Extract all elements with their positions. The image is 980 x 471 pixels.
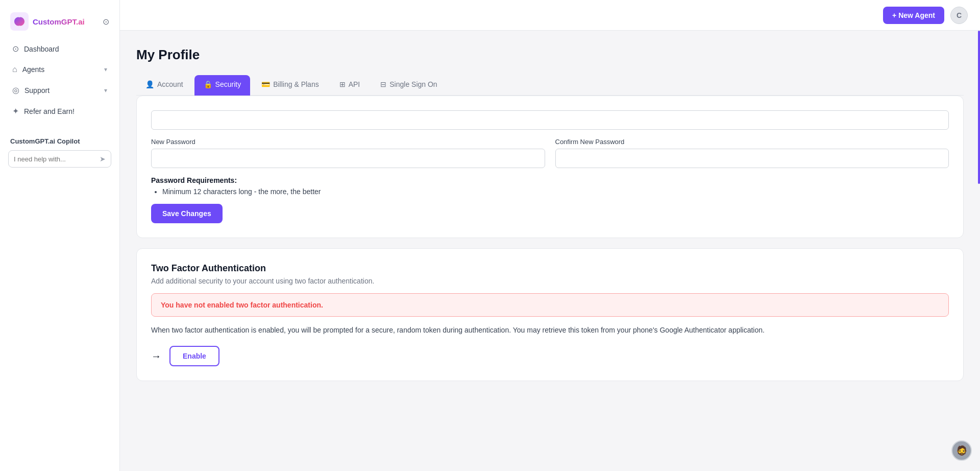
tfa-info: When two factor authentication is enable… xyxy=(151,325,949,336)
api-icon: ⊞ xyxy=(339,80,346,88)
person-icon: 👤 xyxy=(145,80,154,88)
requirement-item: Minimum 12 characters long - the more, t… xyxy=(162,187,949,196)
copilot-input[interactable] xyxy=(14,155,100,163)
scroll-accent xyxy=(978,31,980,184)
sso-icon: ⊟ xyxy=(380,80,386,88)
enable-row: → Enable xyxy=(151,346,949,366)
sidebar-item-label: Support xyxy=(24,86,50,95)
sidebar-item-support[interactable]: ◎ Support ▾ xyxy=(6,80,113,100)
agents-icon: ⌂ xyxy=(12,65,17,74)
sidebar-item-refer[interactable]: ✦ Refer and Earn! xyxy=(6,101,113,121)
new-password-group: New Password xyxy=(151,138,545,168)
logo[interactable]: CustomGPT.ai ⊙ xyxy=(0,8,119,39)
logo-icon xyxy=(10,12,29,31)
profile-tabs: 👤 Account 🔒 Security 💳 Billing & Plans ⊞… xyxy=(136,75,964,96)
new-agent-button[interactable]: + New Agent xyxy=(883,7,944,24)
current-password-row xyxy=(151,110,949,130)
sidebar-item-label: Agents xyxy=(22,65,45,74)
dashboard-icon: ⊙ xyxy=(12,44,19,54)
refer-icon: ✦ xyxy=(12,106,19,116)
lock-icon: 🔒 xyxy=(204,80,212,88)
sidebar-item-label: Dashboard xyxy=(24,45,59,53)
current-password-input[interactable] xyxy=(151,110,949,130)
tab-security[interactable]: 🔒 Security xyxy=(194,75,251,96)
topbar: + New Agent C xyxy=(120,0,980,31)
clock-icon[interactable]: ⊙ xyxy=(103,17,109,27)
confirm-password-group: Confirm New Password xyxy=(555,138,949,168)
copilot-section-title: CustomGPT.ai Copilot xyxy=(0,133,119,148)
tab-billing-label: Billing & Plans xyxy=(273,80,319,88)
sidebar: CustomGPT.ai ⊙ ⊙ Dashboard ⌂ Agents ▾ ◎ … xyxy=(0,0,120,471)
tab-account[interactable]: 👤 Account xyxy=(136,75,192,96)
support-icon: ◎ xyxy=(12,85,19,95)
tab-api-label: API xyxy=(349,80,360,88)
confirm-password-label: Confirm New Password xyxy=(555,138,949,146)
tab-security-label: Security xyxy=(215,80,241,88)
requirements-list: Minimum 12 characters long - the more, t… xyxy=(151,187,949,196)
tfa-warning: You have not enabled two factor authenti… xyxy=(151,293,949,317)
save-changes-button[interactable]: Save Changes xyxy=(151,204,223,223)
sidebar-nav: ⊙ Dashboard ⌂ Agents ▾ ◎ Support ▾ ✦ Ref… xyxy=(0,39,119,121)
current-password-group xyxy=(151,110,949,130)
new-password-input[interactable] xyxy=(151,149,545,168)
sidebar-item-label: Refer and Earn! xyxy=(24,107,75,115)
tfa-title: Two Factor Authentication xyxy=(151,263,949,274)
tab-sso[interactable]: ⊟ Single Sign On xyxy=(371,75,446,96)
new-password-label: New Password xyxy=(151,138,545,146)
tab-api[interactable]: ⊞ API xyxy=(330,75,370,96)
page-title: My Profile xyxy=(136,47,964,63)
logo-text: CustomGPT.ai xyxy=(33,17,85,26)
requirements-title: Password Requirements: xyxy=(151,176,949,184)
content-area: My Profile 👤 Account 🔒 Security 💳 Billin… xyxy=(120,31,980,471)
password-requirements: Password Requirements: Minimum 12 charac… xyxy=(151,176,949,196)
enable-button[interactable]: Enable xyxy=(169,346,219,366)
tab-billing[interactable]: 💳 Billing & Plans xyxy=(252,75,328,96)
copilot-input-wrap[interactable]: ➤ xyxy=(8,150,111,168)
card-icon: 💳 xyxy=(261,80,270,88)
tab-sso-label: Single Sign On xyxy=(389,80,437,88)
main-content: + New Agent C My Profile 👤 Account 🔒 Sec… xyxy=(120,0,980,471)
bottom-user-avatar[interactable]: 🧔 xyxy=(951,440,972,461)
chevron-down-icon: ▾ xyxy=(104,66,107,73)
tfa-description: Add additional security to your account … xyxy=(151,277,949,285)
confirm-password-input[interactable] xyxy=(555,149,949,168)
arrow-icon: → xyxy=(151,350,161,362)
bottom-avatar-image: 🧔 xyxy=(952,441,971,460)
user-avatar[interactable]: C xyxy=(950,7,968,24)
sidebar-item-agents[interactable]: ⌂ Agents ▾ xyxy=(6,60,113,79)
sidebar-item-dashboard[interactable]: ⊙ Dashboard xyxy=(6,39,113,59)
tfa-card: Two Factor Authentication Add additional… xyxy=(136,248,964,381)
new-password-row: New Password Confirm New Password xyxy=(151,138,949,168)
send-icon[interactable]: ➤ xyxy=(100,155,106,163)
tab-account-label: Account xyxy=(157,80,183,88)
chevron-down-icon: ▾ xyxy=(104,87,107,94)
password-card: New Password Confirm New Password Passwo… xyxy=(136,96,964,238)
